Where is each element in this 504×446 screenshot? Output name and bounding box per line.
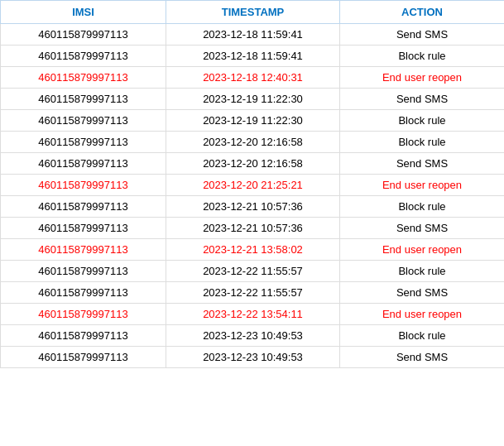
cell-timestamp: 2023-12-23 10:49:53 <box>166 347 340 368</box>
cell-action: Block rule <box>340 132 505 153</box>
table-row: 4601158799971132023-12-22 13:54:11End us… <box>1 304 505 325</box>
cell-timestamp: 2023-12-19 11:22:30 <box>166 110 340 132</box>
cell-timestamp: 2023-12-20 12:16:58 <box>166 132 340 153</box>
cell-timestamp: 2023-12-22 11:55:57 <box>166 261 340 282</box>
cell-action: Block rule <box>340 196 505 218</box>
table-row: 4601158799971132023-12-20 12:16:58Block … <box>1 132 505 153</box>
cell-imsi: 460115879997113 <box>1 153 166 175</box>
cell-imsi: 460115879997113 <box>1 261 166 282</box>
cell-timestamp: 2023-12-21 10:57:36 <box>166 218 340 239</box>
cell-imsi: 460115879997113 <box>1 24 166 46</box>
table-row: 4601158799971132023-12-18 12:40:31End us… <box>1 67 505 89</box>
cell-action: Send SMS <box>340 89 505 110</box>
cell-imsi: 460115879997113 <box>1 110 166 132</box>
table-header-row: IMSI TIMESTAMP ACTION <box>1 1 505 24</box>
cell-imsi: 460115879997113 <box>1 347 166 368</box>
cell-timestamp: 2023-12-22 11:55:57 <box>166 282 340 304</box>
cell-timestamp: 2023-12-18 11:59:41 <box>166 24 340 46</box>
cell-imsi: 460115879997113 <box>1 196 166 218</box>
table-row: 4601158799971132023-12-18 11:59:41Block … <box>1 46 505 67</box>
cell-timestamp: 2023-12-21 10:57:36 <box>166 196 340 218</box>
cell-imsi: 460115879997113 <box>1 175 166 196</box>
cell-imsi: 460115879997113 <box>1 46 166 67</box>
cell-action: Send SMS <box>340 347 505 368</box>
cell-timestamp: 2023-12-21 13:58:02 <box>166 239 340 261</box>
header-action: ACTION <box>340 1 505 24</box>
cell-action: Block rule <box>340 261 505 282</box>
cell-action: Send SMS <box>340 153 505 175</box>
cell-action: End user reopen <box>340 175 505 196</box>
cell-timestamp: 2023-12-20 12:16:58 <box>166 153 340 175</box>
header-timestamp: TIMESTAMP <box>166 1 340 24</box>
cell-action: End user reopen <box>340 304 505 325</box>
cell-imsi: 460115879997113 <box>1 218 166 239</box>
cell-timestamp: 2023-12-18 11:59:41 <box>166 46 340 67</box>
cell-imsi: 460115879997113 <box>1 325 166 347</box>
table-row: 4601158799971132023-12-23 10:49:53Block … <box>1 325 505 347</box>
table-row: 4601158799971132023-12-21 10:57:36Block … <box>1 196 505 218</box>
cell-action: Block rule <box>340 46 505 67</box>
table-row: 4601158799971132023-12-19 11:22:30Block … <box>1 110 505 132</box>
table-row: 4601158799971132023-12-19 11:22:30Send S… <box>1 89 505 110</box>
cell-timestamp: 2023-12-19 11:22:30 <box>166 89 340 110</box>
header-imsi: IMSI <box>1 1 166 24</box>
table-row: 4601158799971132023-12-20 21:25:21End us… <box>1 175 505 196</box>
cell-action: Block rule <box>340 325 505 347</box>
cell-timestamp: 2023-12-18 12:40:31 <box>166 67 340 89</box>
cell-action: Send SMS <box>340 282 505 304</box>
table-row: 4601158799971132023-12-22 11:55:57Send S… <box>1 282 505 304</box>
cell-action: End user reopen <box>340 67 505 89</box>
table-row: 4601158799971132023-12-22 11:55:57Block … <box>1 261 505 282</box>
cell-imsi: 460115879997113 <box>1 89 166 110</box>
table-row: 4601158799971132023-12-21 10:57:36Send S… <box>1 218 505 239</box>
cell-timestamp: 2023-12-20 21:25:21 <box>166 175 340 196</box>
cell-imsi: 460115879997113 <box>1 304 166 325</box>
data-table: IMSI TIMESTAMP ACTION 460115879997113202… <box>0 0 504 368</box>
cell-action: Send SMS <box>340 218 505 239</box>
cell-imsi: 460115879997113 <box>1 67 166 89</box>
cell-imsi: 460115879997113 <box>1 239 166 261</box>
cell-action: End user reopen <box>340 239 505 261</box>
cell-imsi: 460115879997113 <box>1 132 166 153</box>
cell-imsi: 460115879997113 <box>1 282 166 304</box>
cell-timestamp: 2023-12-23 10:49:53 <box>166 325 340 347</box>
table-row: 4601158799971132023-12-21 13:58:02End us… <box>1 239 505 261</box>
cell-action: Send SMS <box>340 24 505 46</box>
table-row: 4601158799971132023-12-23 10:49:53Send S… <box>1 347 505 368</box>
cell-timestamp: 2023-12-22 13:54:11 <box>166 304 340 325</box>
table-row: 4601158799971132023-12-20 12:16:58Send S… <box>1 153 505 175</box>
table-row: 4601158799971132023-12-18 11:59:41Send S… <box>1 24 505 46</box>
cell-action: Block rule <box>340 110 505 132</box>
